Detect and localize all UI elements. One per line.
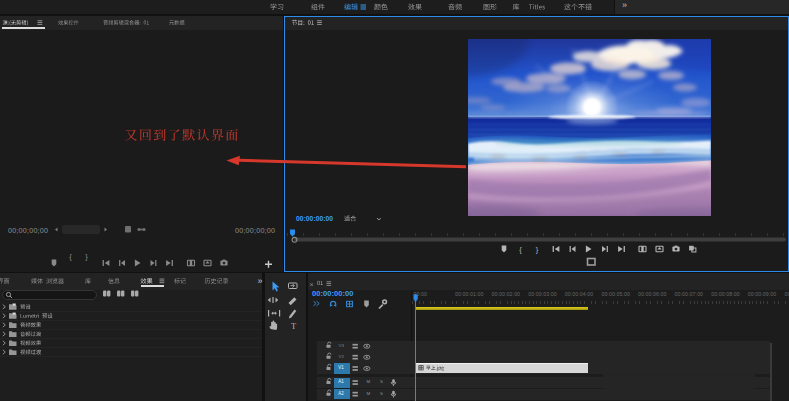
svg-text:}: } [536,245,539,254]
svg-text:}: } [85,252,88,261]
svg-text:{: { [69,252,72,261]
svg-text:{: { [519,245,522,254]
